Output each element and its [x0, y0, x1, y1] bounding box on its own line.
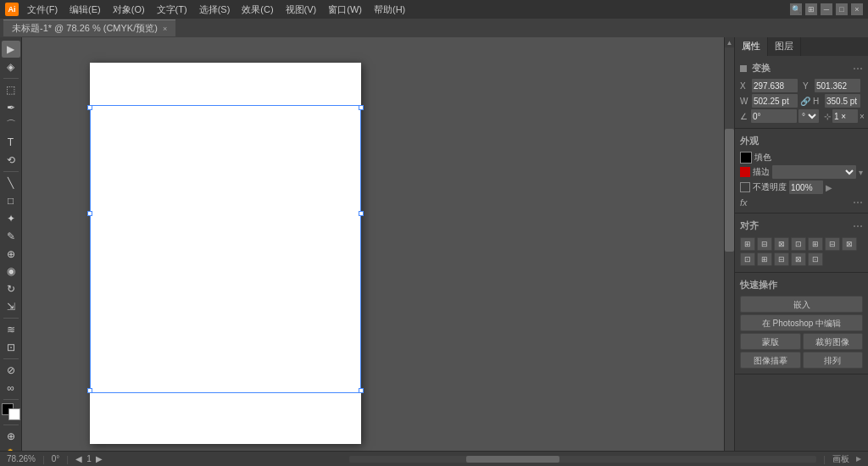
- appearance-section: 外观 填色 描边 ▾ 不透明度 ▶ fx ⋯: [735, 129, 868, 214]
- tool-curvature[interactable]: ⌒: [2, 116, 20, 133]
- tool-select[interactable]: ▶: [2, 41, 20, 58]
- distribute-bottom-button[interactable]: ⊡: [808, 252, 823, 266]
- arrange-button[interactable]: 排列: [803, 352, 864, 369]
- menu-file[interactable]: 文件(F): [22, 2, 63, 18]
- fx-more-button[interactable]: ⋯: [853, 197, 863, 208]
- left-toolbar: ▶ ◈ ⬚ ✒ ⌒ T ⟲ ╲ □ ✦ ✎ ⊕ ◉ ↻ ⇲ ≋ ⊡ ⊘ ∞ ⊕ …: [0, 37, 22, 466]
- handle-mid-right[interactable]: [359, 211, 364, 216]
- tool-artboard[interactable]: ⬚: [2, 81, 20, 98]
- transform-w-row: W 🔗 H: [740, 94, 863, 108]
- scroll-thumb-h[interactable]: [466, 456, 559, 463]
- tab-close-button[interactable]: ×: [163, 25, 167, 33]
- canvas-area[interactable]: [22, 37, 724, 466]
- menu-select[interactable]: 选择(S): [194, 2, 236, 18]
- align-right-button[interactable]: ⊠: [774, 237, 789, 251]
- distribute-center-v-button[interactable]: ⊠: [791, 252, 806, 266]
- align-bottom-button[interactable]: ⊟: [825, 237, 840, 251]
- tool-direct-select[interactable]: ◈: [2, 58, 20, 75]
- w-input[interactable]: [752, 94, 798, 108]
- embed-button[interactable]: 嵌入: [740, 296, 863, 313]
- menu-text[interactable]: 文字(T): [152, 2, 192, 18]
- maximize-button[interactable]: □: [836, 3, 848, 15]
- tool-warp[interactable]: ≋: [2, 321, 20, 338]
- distribute-center-h-button[interactable]: ⊡: [740, 252, 755, 266]
- align-more-button[interactable]: ⋯: [853, 221, 863, 231]
- fill-swatch[interactable]: [740, 152, 752, 164]
- tool-zoom[interactable]: ⊕: [2, 428, 20, 445]
- status-arrow[interactable]: ▶: [856, 455, 861, 463]
- tool-paintbrush[interactable]: ✦: [2, 210, 20, 227]
- tool-shaper[interactable]: ⊕: [2, 246, 20, 263]
- search-button[interactable]: 🔍: [790, 3, 802, 15]
- stroke-row: 描边 ▾: [740, 165, 863, 179]
- handle-bottom-left[interactable]: [87, 388, 92, 393]
- fx-row: fx ⋯: [740, 196, 863, 209]
- angle-input[interactable]: [751, 109, 797, 123]
- edit-ps-button[interactable]: 在 Photoshop 中编辑: [740, 314, 863, 331]
- separator-3: [3, 318, 19, 319]
- canvas-scrollbar-vertical[interactable]: ▲ ▼: [724, 37, 734, 466]
- h-input[interactable]: [825, 94, 860, 108]
- menu-window[interactable]: 窗口(W): [323, 2, 367, 18]
- distribute-left-button[interactable]: ⊠: [842, 237, 857, 251]
- y-input[interactable]: [815, 79, 860, 92]
- tool-rotate[interactable]: ↻: [2, 280, 20, 297]
- opacity-checkbox[interactable]: [740, 182, 750, 192]
- scroll-up-button[interactable]: ▲: [725, 37, 734, 47]
- opacity-input[interactable]: [789, 180, 823, 194]
- tool-scale[interactable]: ⇲: [2, 298, 20, 315]
- crop-image-button[interactable]: 裁剪图像: [803, 333, 864, 350]
- menu-help[interactable]: 帮助(H): [369, 2, 410, 18]
- minimize-button[interactable]: ─: [821, 3, 832, 15]
- tab-properties[interactable]: 属性: [735, 37, 768, 56]
- arrange-button[interactable]: ⊞: [805, 3, 817, 15]
- shear-input[interactable]: [832, 109, 858, 123]
- handle-top-right[interactable]: [359, 105, 364, 110]
- tool-blend[interactable]: ∞: [2, 380, 20, 397]
- status-bar: 78.26% | 0° | ◀ 1 ▶ | 画板 ▶: [0, 451, 868, 466]
- menu-object[interactable]: 对象(O): [108, 2, 150, 18]
- stroke-select[interactable]: [772, 165, 856, 179]
- app-icon: Ai: [5, 3, 19, 16]
- scroll-track[interactable]: [725, 47, 734, 456]
- align-center-h-button[interactable]: ⊟: [757, 237, 772, 251]
- handle-top-left[interactable]: [87, 105, 92, 110]
- distribute-right-button[interactable]: ⊞: [757, 252, 772, 266]
- tool-color-box[interactable]: [2, 403, 20, 420]
- scroll-bar-horizontal[interactable]: [349, 456, 816, 463]
- transform-more-button[interactable]: ⋯: [853, 64, 863, 74]
- menu-edit[interactable]: 编辑(E): [64, 2, 106, 18]
- image-trace-button[interactable]: 图像描摹: [740, 352, 801, 369]
- scroll-thumb[interactable]: [725, 129, 734, 252]
- distribute-top-button[interactable]: ⊟: [774, 252, 789, 266]
- tab-layers[interactable]: 图层: [768, 37, 801, 56]
- tool-line[interactable]: ╲: [2, 175, 20, 191]
- tool-pen[interactable]: ✒: [2, 99, 20, 116]
- tool-eraser[interactable]: ◉: [2, 264, 20, 280]
- menu-effect[interactable]: 效果(C): [236, 2, 278, 18]
- handle-bottom-right[interactable]: [359, 388, 364, 393]
- stroke-label: 描边: [753, 166, 770, 178]
- document-tab[interactable]: 未标题-1* @ 78.26 % (CMYK/预览) ×: [3, 19, 175, 36]
- next-page-button[interactable]: ▶: [96, 454, 103, 463]
- handle-mid-left[interactable]: [87, 211, 92, 216]
- close-button[interactable]: ×: [851, 3, 863, 15]
- x-input[interactable]: [752, 79, 798, 92]
- angle-unit-select[interactable]: °: [798, 109, 819, 123]
- w-label: W: [740, 97, 750, 106]
- tool-pencil[interactable]: ✎: [2, 228, 20, 245]
- prev-page-button[interactable]: ◀: [75, 454, 82, 463]
- align-left-button[interactable]: ⊞: [740, 237, 755, 251]
- tool-touch-type[interactable]: ⟲: [2, 152, 20, 169]
- tool-free-transform[interactable]: ⊡: [2, 339, 20, 356]
- tool-rect[interactable]: □: [2, 192, 20, 209]
- mask-button[interactable]: 蒙版: [740, 333, 801, 350]
- menu-view[interactable]: 视图(V): [281, 2, 322, 18]
- align-top-button[interactable]: ⊡: [791, 237, 806, 251]
- lock-proportions-button[interactable]: 🔗: [799, 95, 811, 107]
- tab-bar: 未标题-1* @ 78.26 % (CMYK/预览) ×: [0, 19, 868, 37]
- align-center-v-button[interactable]: ⊞: [808, 237, 823, 251]
- stroke-checkbox[interactable]: [740, 167, 750, 177]
- tool-type[interactable]: T: [2, 134, 20, 151]
- tool-eyedropper[interactable]: ⊘: [2, 362, 20, 379]
